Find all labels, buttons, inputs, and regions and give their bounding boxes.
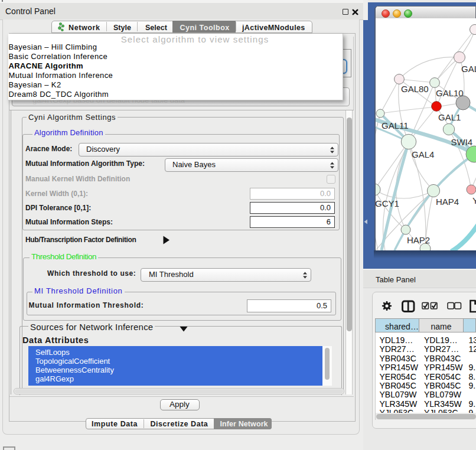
svg-text:GAL7: GAL7 [461, 64, 476, 74]
svg-text:GAL11: GAL11 [382, 120, 409, 131]
svg-text:Y: Y [472, 195, 476, 206]
svg-text:HAP2: HAP2 [407, 235, 430, 245]
svg-text:GAL10: GAL10 [436, 88, 464, 98]
svg-text:HAP4: HAP4 [436, 197, 459, 207]
svg-text:GCY1: GCY1 [376, 198, 399, 208]
svg-text:GAL1: GAL1 [438, 112, 461, 122]
svg-text:SWI4: SWI4 [451, 137, 473, 147]
svg-text:GAL80: GAL80 [401, 84, 429, 94]
svg-text:GAL4: GAL4 [412, 149, 434, 159]
